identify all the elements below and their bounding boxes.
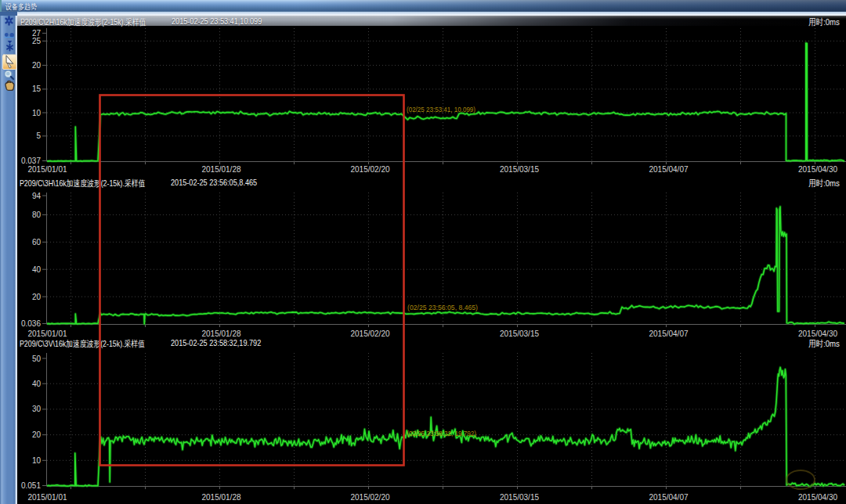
svg-text:2015/01/01: 2015/01/01: [27, 329, 67, 338]
svg-text:2015/04/07: 2015/04/07: [649, 165, 688, 174]
svg-text:50: 50: [32, 355, 42, 363]
svg-text:2015/01/01: 2015/01/01: [27, 493, 67, 502]
svg-text:2015/02/20: 2015/02/20: [350, 165, 389, 174]
svg-text:2015/04/30: 2015/04/30: [798, 165, 837, 174]
svg-text:10: 10: [32, 109, 42, 117]
svg-text:2015/01/01: 2015/01/01: [27, 165, 67, 174]
svg-text:2015/04/30: 2015/04/30: [798, 493, 837, 502]
svg-text:2015/01/28: 2015/01/28: [201, 165, 240, 174]
svg-text:2015/01/28: 2015/01/28: [201, 493, 240, 502]
svg-text:2015/01/28: 2015/01/28: [201, 329, 240, 338]
svg-text:2015/03/15: 2015/03/15: [500, 329, 539, 338]
svg-text:25: 25: [32, 37, 42, 45]
svg-text:0.036: 0.036: [21, 319, 41, 328]
svg-text:2015/03/15: 2015/03/15: [500, 493, 539, 502]
svg-text:(02/25 23:58:32, 19.792): (02/25 23:58:32, 19.792): [407, 429, 476, 437]
svg-text:2015/04/07: 2015/04/07: [649, 493, 688, 502]
svg-text:(02/25 23:53:41, 10.099): (02/25 23:53:41, 10.099): [407, 105, 475, 113]
svg-text:(02/25 23:56:05, 8.465): (02/25 23:56:05, 8.465): [407, 303, 478, 311]
svg-text:0.051: 0.051: [21, 481, 41, 490]
svg-text:30: 30: [32, 405, 42, 413]
svg-text:94: 94: [32, 192, 42, 200]
svg-text:20: 20: [32, 293, 42, 301]
svg-text:80: 80: [32, 211, 42, 219]
svg-text:2015/04/30: 2015/04/30: [798, 329, 837, 338]
svg-text:40: 40: [32, 380, 42, 388]
svg-text:2015/03/15: 2015/03/15: [500, 165, 539, 174]
svg-text:20: 20: [32, 61, 42, 70]
svg-text:10: 10: [32, 456, 42, 465]
svg-text:0.037: 0.037: [21, 157, 41, 165]
svg-text:2015/02/20: 2015/02/20: [350, 493, 389, 502]
svg-text:20: 20: [32, 430, 42, 439]
svg-text:5: 5: [36, 131, 41, 140]
svg-text:2015/02/20: 2015/02/20: [350, 329, 389, 338]
svg-text:2015/04/07: 2015/04/07: [649, 329, 688, 338]
svg-text:60: 60: [32, 238, 42, 247]
svg-text:40: 40: [32, 265, 42, 274]
svg-text:15: 15: [32, 85, 42, 93]
